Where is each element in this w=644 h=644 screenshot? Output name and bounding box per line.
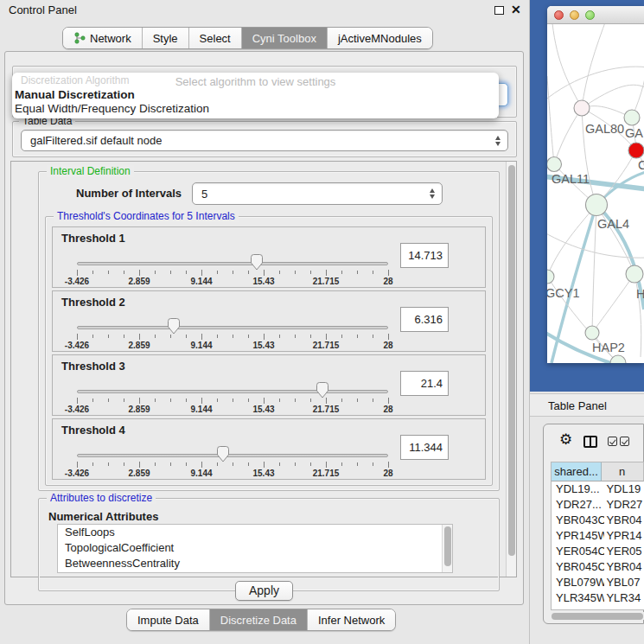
float-window-icon[interactable]: [494, 6, 504, 15]
tab-discretize-data[interactable]: Discretize Data: [210, 609, 308, 630]
scrollbar-thumb[interactable]: [552, 613, 643, 620]
network-node[interactable]: [626, 265, 643, 283]
table-row[interactable]: YBR045CYBR04: [552, 559, 644, 575]
node-table: shared... n YDL19...YDL19 YDR27...YDR27 …: [551, 462, 644, 610]
table-row[interactable]: YBR043CYBR04: [552, 513, 644, 528]
zoom-traffic-light-icon[interactable]: [585, 10, 595, 20]
table-row[interactable]: YDR27...YDR27: [552, 497, 644, 513]
tick-mark: [155, 462, 156, 466]
network-edge[interactable]: [554, 108, 582, 164]
slider-ticks: [77, 462, 388, 469]
algorithm-dropdown-popup: Discretization Algorithm Select algorith…: [12, 73, 499, 118]
threshold-slider-4[interactable]: -3.4262.8599.14415.4321.71528: [77, 454, 388, 480]
network-node[interactable]: [585, 326, 599, 340]
tab-style[interactable]: Style: [143, 28, 189, 48]
column-view-icon[interactable]: [583, 436, 597, 448]
network-node-label: HAP2: [592, 341, 625, 354]
checkbox-icon[interactable]: [608, 437, 617, 446]
panel-title: Control Panel: [9, 3, 77, 16]
threshold-value-field[interactable]: 14.713: [400, 243, 449, 268]
network-edge[interactable]: [552, 24, 582, 108]
network-node[interactable]: [547, 270, 554, 284]
slider-axis-labels: -3.4262.8599.14415.4321.71528: [77, 341, 388, 351]
combo-stepper-icon: [495, 136, 501, 146]
table-row[interactable]: YBL079WYBL07: [552, 575, 644, 590]
threshold-value-field[interactable]: 11.344: [400, 435, 449, 460]
network-edge[interactable]: [582, 24, 608, 108]
table-data-combo[interactable]: galFiltered.sif default node: [21, 130, 508, 151]
table-row[interactable]: YER054CYER05: [552, 544, 644, 559]
scrollbar-thumb[interactable]: [444, 526, 451, 566]
vertical-scrollbar[interactable]: [506, 162, 516, 577]
tick-mark: [373, 399, 373, 402]
slider-track[interactable]: [77, 262, 388, 265]
list-item[interactable]: SelfLoops: [58, 525, 452, 540]
algorithm-option-equal-width[interactable]: Equal Width/Frequency Discretization: [14, 102, 496, 116]
number-of-intervals-combo[interactable]: 5: [192, 182, 443, 205]
tab-infer-network[interactable]: Infer Network: [308, 609, 395, 630]
threshold-slider-1[interactable]: -3.4262.8599.14415.4321.71528: [77, 262, 388, 288]
table-row[interactable]: YPR145WYPR14: [552, 528, 644, 544]
tab-jactivemnodules[interactable]: jActiveMNodules: [328, 28, 432, 48]
slider-thumb[interactable]: [250, 254, 263, 271]
network-node-label: GCY1: [547, 286, 580, 300]
network-edge[interactable]: [592, 205, 596, 333]
close-traffic-light-icon[interactable]: [554, 10, 564, 20]
network-edge[interactable]: [547, 76, 554, 164]
tab-impute-data[interactable]: Impute Data: [127, 609, 210, 630]
tick-mark: [92, 271, 93, 274]
network-edge[interactable]: [632, 50, 644, 118]
threshold-value-field[interactable]: 6.316: [400, 307, 449, 332]
list-item[interactable]: TopologicalCoefficient: [58, 540, 452, 556]
threshold-slider-3[interactable]: -3.4262.8599.14415.4321.71528: [77, 390, 388, 416]
tick-mark: [77, 334, 78, 340]
tick-mark: [217, 462, 218, 466]
tick-mark: [264, 398, 265, 404]
network-edge[interactable]: [547, 205, 596, 277]
threshold-value-field[interactable]: 21.4: [400, 371, 449, 396]
network-node[interactable]: [547, 157, 562, 172]
tick-mark: [388, 462, 389, 468]
tab-select[interactable]: Select: [189, 28, 242, 48]
network-canvas[interactable]: GAL80GACGAL11GAL4GCY1HHAP2: [547, 24, 644, 363]
slider-thumb[interactable]: [217, 446, 230, 462]
list-item[interactable]: BetweennessCentrality: [58, 556, 452, 571]
table-row[interactable]: YLR345WYLR34: [552, 590, 644, 606]
minimize-traffic-light-icon[interactable]: [570, 10, 579, 20]
network-edge[interactable]: [547, 67, 644, 102]
slider-track[interactable]: [77, 390, 388, 393]
slider-thumb[interactable]: [167, 318, 180, 335]
list-scrollbar[interactable]: [442, 525, 452, 572]
network-edge[interactable]: [596, 205, 634, 274]
scrollbar-thumb[interactable]: [508, 165, 515, 556]
control-panel: Control Panel ✕ Network Style Select Cyn…: [0, 0, 530, 644]
tab-network[interactable]: Network: [63, 28, 143, 48]
apply-button[interactable]: Apply: [235, 581, 293, 601]
threshold-slider-2[interactable]: -3.4262.8599.14415.4321.71528: [77, 326, 388, 352]
network-node[interactable]: [624, 110, 640, 125]
tick-mark: [310, 462, 311, 466]
network-node[interactable]: [628, 143, 644, 158]
slider-thumb[interactable]: [316, 382, 329, 399]
slider-track[interactable]: [77, 454, 388, 457]
table-row[interactable]: YDL19...YDL19: [552, 481, 644, 497]
checkbox-icon[interactable]: [620, 437, 629, 446]
network-node[interactable]: [586, 194, 608, 216]
column-header-name[interactable]: n: [602, 462, 644, 481]
close-icon[interactable]: ✕: [511, 3, 521, 16]
threshold-panel-1: Threshold 1 -3.4262.8599.14415.4321.7152…: [52, 226, 486, 288]
slider-track[interactable]: [77, 326, 388, 329]
network-node[interactable]: [574, 100, 590, 116]
algorithm-option-manual[interactable]: Manual Discretization: [14, 88, 496, 102]
tick-mark: [248, 271, 249, 274]
tick-mark: [77, 270, 78, 276]
table-row[interactable]: YIL053CYIL05: [552, 606, 644, 610]
network-edge[interactable]: [582, 85, 644, 108]
network-edge[interactable]: [592, 274, 634, 333]
network-node[interactable]: [610, 355, 626, 363]
tab-cyni-toolbox[interactable]: Cyni Toolbox: [242, 28, 328, 48]
horizontal-scrollbar[interactable]: [552, 612, 644, 620]
tick-mark: [155, 271, 156, 274]
column-header-shared[interactable]: shared...: [552, 462, 602, 481]
gear-icon[interactable]: ⚙: [559, 432, 572, 447]
